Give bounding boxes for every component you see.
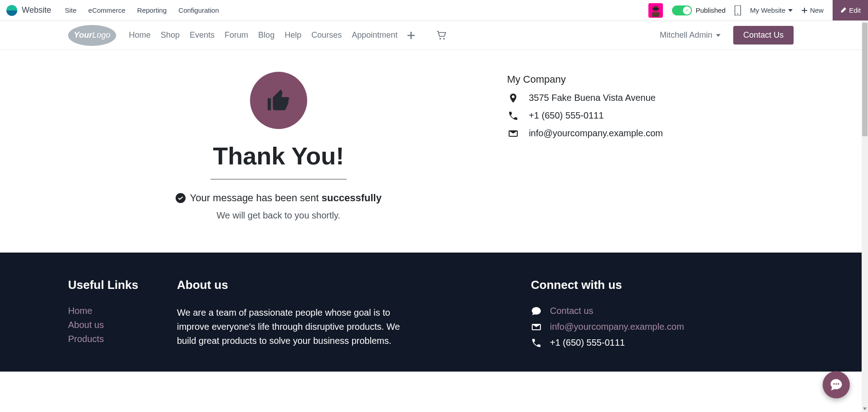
admin-menu: Website Site eCommerce Reporting Configu… xyxy=(22,5,219,15)
admin-menu-ecommerce[interactable]: eCommerce xyxy=(88,6,126,14)
new-button[interactable]: New xyxy=(802,6,824,14)
mobile-preview-icon[interactable] xyxy=(735,5,741,15)
edit-button-label: Edit xyxy=(849,6,861,14)
pencil-icon xyxy=(840,7,846,14)
published-label: Published xyxy=(696,6,726,14)
svg-point-5 xyxy=(737,13,738,14)
svg-rect-3 xyxy=(652,8,659,10)
caret-down-icon xyxy=(788,9,793,12)
plus-icon xyxy=(802,8,807,13)
admin-right: Published My Website New Edit xyxy=(648,0,868,20)
admin-menu-configuration[interactable]: Configuration xyxy=(178,6,219,14)
new-button-label: New xyxy=(810,6,824,14)
admin-menu-reporting[interactable]: Reporting xyxy=(137,6,167,14)
check-icon xyxy=(685,8,689,13)
app-name[interactable]: Website xyxy=(22,5,51,15)
admin-menu-site[interactable]: Site xyxy=(65,6,77,14)
published-toggle-group: Published xyxy=(672,5,726,15)
website-selector[interactable]: My Website xyxy=(750,6,793,14)
svg-rect-2 xyxy=(652,12,659,17)
edit-button[interactable]: Edit xyxy=(833,0,868,20)
user-avatar[interactable] xyxy=(648,3,663,18)
website-selector-label: My Website xyxy=(750,6,785,14)
admin-bar: Website Site eCommerce Reporting Configu… xyxy=(0,0,868,21)
published-toggle[interactable] xyxy=(672,5,692,15)
odoo-brand-icon xyxy=(6,5,17,16)
